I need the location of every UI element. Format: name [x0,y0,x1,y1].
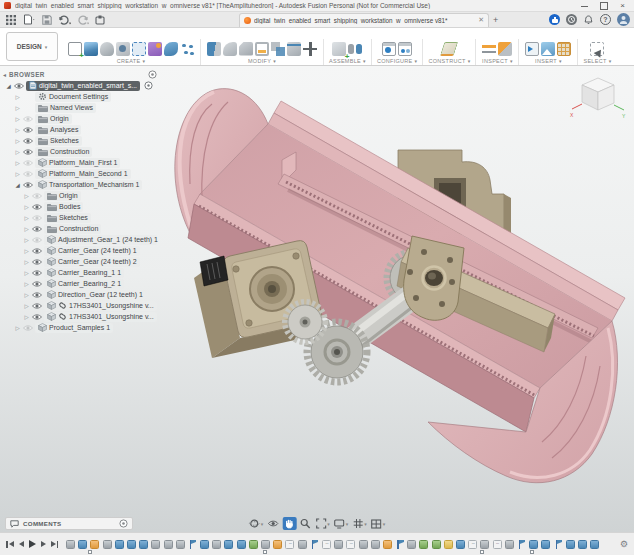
step-back-button[interactable] [19,541,24,547]
visibility-eye-icon[interactable] [32,236,42,244]
timeline-feature-dots[interactable] [493,540,502,549]
undo-icon[interactable] [58,13,71,26]
expand-arrow-icon[interactable] [14,325,21,331]
expand-arrow-icon[interactable] [23,193,30,199]
browser-tree-row[interactable]: Named Views [3,102,157,113]
press-pull-tool-icon[interactable] [207,42,221,56]
visibility-eye-icon[interactable] [32,225,42,233]
expand-arrow-icon[interactable] [23,292,30,298]
timeline-feature-gray[interactable] [151,540,160,549]
viewports-button[interactable]: ▾ [370,517,387,530]
timeline-feature-gray[interactable] [298,540,307,549]
timeline-feature-gray[interactable] [407,540,416,549]
timeline-feature-dots[interactable] [322,540,331,549]
expand-arrow-icon[interactable] [23,248,30,254]
timeline-feature-blue[interactable] [115,540,124,549]
points-tool-icon[interactable] [180,42,194,56]
select-tool-icon[interactable] [590,42,604,56]
timeline-feature-gray[interactable] [176,540,185,549]
browser-tree-row[interactable]: Origin [3,113,157,124]
timeline-roll-marker[interactable] [480,550,484,554]
chamfer-tool-icon[interactable] [239,42,253,56]
newcomponent-tool-icon[interactable] [332,42,346,56]
expand-arrow-icon[interactable] [23,314,30,320]
combine-tool-icon[interactable] [271,42,285,56]
save-icon[interactable] [40,13,53,26]
step-forward-button[interactable] [41,541,46,547]
derive-tool-icon[interactable] [525,42,539,56]
visibility-eye-icon[interactable] [23,324,33,332]
timeline-feature-blue[interactable] [127,540,136,549]
timeline-feature-orange[interactable] [383,540,392,549]
visibility-eye-icon[interactable] [23,115,33,123]
timeline-settings-gear-icon[interactable]: ⚙ [620,539,628,549]
pan-button[interactable] [282,517,296,530]
visibility-eye-icon[interactable] [32,203,42,211]
expand-arrow-icon[interactable] [14,182,21,188]
maximize-button[interactable] [600,2,607,9]
timeline-roll-marker[interactable] [530,550,534,554]
browser-tree-row[interactable]: 17HS3401_Usongshine v... [3,300,157,311]
offsetface-tool-icon[interactable] [287,42,301,56]
expand-arrow-icon[interactable] [14,149,21,155]
notifications-bell-icon[interactable] [583,14,594,25]
ribbon-group-label[interactable]: CONFIGURE▾ [377,58,418,64]
visibility-eye-icon[interactable] [32,291,42,299]
timeline-feature-dots[interactable] [285,540,294,549]
measure-tool-icon[interactable] [482,42,496,56]
timeline-feature-blue[interactable] [578,540,587,549]
visibility-eye-icon[interactable] [32,313,42,321]
minimize-button[interactable] [581,2,588,9]
timeline-feature-green[interactable] [432,540,441,549]
timeline-feature-blue[interactable] [200,540,209,549]
browser-tree-row[interactable]: Carrier_Bearing_1 1 [3,267,157,278]
move-tool-icon[interactable] [303,42,317,56]
ribbon-group-label[interactable]: MODIFY▾ [248,58,276,64]
skip-to-end-button[interactable] [51,541,59,548]
expand-arrow-icon[interactable] [23,281,30,287]
timeline-feature-green[interactable] [419,540,428,549]
timeline-feature-gray[interactable] [212,540,221,549]
expand-arrow-icon[interactable] [23,226,30,232]
form-tool-icon[interactable] [148,42,162,56]
browser-tree-row[interactable]: Document Settings [3,91,157,102]
app-grid-icon[interactable] [4,13,17,26]
expand-arrow-icon[interactable] [14,160,21,166]
extrude-tool-icon[interactable] [84,42,98,56]
timeline-feature-yellow[interactable] [444,540,453,549]
timeline-feature-flag[interactable] [310,540,319,549]
collapse-browser-icon[interactable]: ◂ [3,71,6,78]
browser-tree-row[interactable]: Carrier_Bearing_2 1 [3,278,157,289]
timeline-feature-blue[interactable] [237,540,246,549]
play-button[interactable] [29,540,36,548]
browser-tree-row[interactable]: Direction_Gear (12 teeth) 1 [3,289,157,300]
browser-tree-row[interactable]: Platform_Main_Second 1 [3,168,157,179]
timeline-feature-dots[interactable] [346,540,355,549]
look-at-button[interactable] [266,517,280,530]
insertmesh-tool-icon[interactable] [557,42,571,56]
configtable-tool-icon[interactable] [398,42,412,56]
pattern-tool-icon[interactable] [132,42,146,56]
timeline-feature-blue[interactable] [541,540,550,549]
browser-tree-row[interactable]: digital_twin_enabled_smart_s... [3,80,157,91]
browser-tree-row[interactable]: Sketches [3,212,157,223]
close-tab-icon[interactable]: ✕ [478,16,484,24]
timeline-feature-blue[interactable] [566,540,575,549]
zoom-button[interactable] [298,517,312,530]
configuration-tool-icon[interactable] [382,42,396,56]
job-status-icon[interactable] [566,14,577,25]
timeline-feature-flag[interactable] [395,540,404,549]
timeline-feature-flag[interactable] [517,540,526,549]
visibility-eye-icon[interactable] [23,148,33,156]
sketch-tool-icon[interactable] [68,42,82,56]
plane-tool-icon[interactable] [440,42,459,56]
active-component-marker[interactable] [144,81,153,90]
visibility-eye-icon[interactable] [23,126,33,134]
timeline-feature-gray[interactable] [371,540,380,549]
visibility-eye-icon[interactable] [32,258,42,266]
expand-arrow-icon[interactable] [23,204,30,210]
browser-tree-row[interactable]: Product_Samples 1 [3,322,157,333]
browser-tree-row[interactable]: Origin [3,190,157,201]
carrier-bearing-plate[interactable] [404,236,464,320]
shell-tool-icon[interactable] [255,42,269,56]
